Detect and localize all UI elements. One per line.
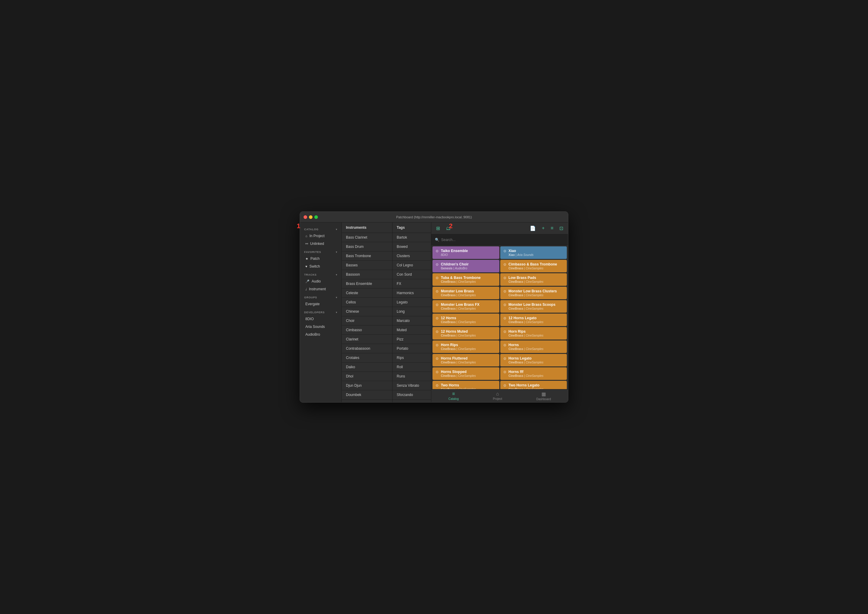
sidebar-item-8dio[interactable]: 8DIO (301, 315, 340, 323)
patch-card[interactable]: ⚙Tuba & Bass TromboneCineBrass | CineSam… (432, 273, 499, 286)
sidebar-section-developers[interactable]: DEVELOPERS ▾ (300, 308, 341, 315)
patch-card[interactable]: ⚙Horns StoppedCineBrass | CineSamples (432, 367, 499, 380)
add-icon[interactable]: + (541, 225, 546, 232)
patch-card-icon: ⚙ (503, 316, 507, 320)
patch-card-name: Two Horns Legato (508, 383, 564, 387)
patch-card[interactable]: ⚙Monster Low Brass ClustersCineBrass | C… (500, 287, 567, 299)
tag-list-item[interactable]: Col Legno (392, 261, 431, 270)
patch-card-info: Horn RipsCineBrass | CineSamples (441, 343, 496, 351)
patch-card-name: Taiko Ensemble (441, 249, 496, 253)
sidebar-item-audio[interactable]: 🎤 Audio (301, 277, 340, 285)
patch-card[interactable]: ⚙Cimbasso & Bass TromboneCineBrass | Cin… (500, 260, 567, 272)
sidebar-item-unlinked[interactable]: ⚯ Unlinked (301, 240, 340, 247)
patch-card-icon: ⚙ (436, 357, 439, 361)
instrument-list-item[interactable]: Daiko (342, 362, 392, 372)
sidebar-section-tracks[interactable]: TRACKS ▾ (300, 270, 341, 277)
folder-icon[interactable]: 🗂 (445, 225, 452, 232)
bottom-tab-catalog[interactable]: ≡ Catalog (442, 390, 465, 402)
tag-list-item[interactable]: FX (392, 279, 431, 289)
patch-card[interactable]: ⚙Horn RipsCineBrass | CineSamples (500, 327, 567, 340)
tag-list-item[interactable]: Bowed (392, 242, 431, 252)
sidebar-item-instrument[interactable]: ♩ Instrument (301, 285, 340, 293)
minimize-button[interactable] (309, 215, 313, 219)
patch-card[interactable]: ⚙XiaoXiao | Aria Sounds (500, 246, 567, 259)
patch-card-info: HornsCineBrass | CineSamples (508, 343, 564, 351)
instrument-list-item[interactable]: Cimbasso (342, 325, 392, 335)
instrument-list-item[interactable]: Cellos (342, 298, 392, 307)
tag-list-item[interactable]: Muted (392, 325, 431, 335)
sidebar-item-aria-sounds[interactable]: Aria Sounds (301, 323, 340, 331)
patch-library: Genesis (441, 267, 453, 270)
sidebar-item-switch[interactable]: ♥ Switch (301, 263, 340, 270)
sidebar-section-groups[interactable]: GROUPS ▾ (300, 293, 341, 300)
close-button[interactable] (304, 215, 307, 219)
patch-card[interactable]: ⚙Two HornsCineBrass | CineSamples (432, 381, 499, 389)
patch-card[interactable]: ⚙Children's ChoirGenesis | AudioBro (432, 260, 499, 272)
search-input[interactable] (441, 238, 564, 242)
instrument-list-item[interactable]: Doumbek (342, 390, 392, 399)
new-file-icon[interactable]: 📄 (529, 225, 537, 232)
instrument-list-item[interactable]: Dhol (342, 372, 392, 381)
project-tab-icon: ⌂ (496, 391, 499, 396)
patch-library: CineBrass (441, 361, 456, 364)
instrument-list-item[interactable]: Chinese (342, 307, 392, 316)
tag-list-item[interactable]: Bartok (392, 233, 431, 242)
bottom-tab-project[interactable]: ⌂ Project (487, 390, 508, 402)
instrument-list-item[interactable]: Bass Drum (342, 242, 392, 252)
patch-card[interactable]: ⚙Monster Low Brass FXCineBrass | CineSam… (432, 300, 499, 312)
instrument-list-item[interactable]: Dulcitone (342, 399, 392, 402)
tag-list-item[interactable]: Con Sord (392, 270, 431, 279)
tag-list-item[interactable]: Legato (392, 298, 431, 307)
sidebar-section-catalog[interactable]: CATALOG ▾ (300, 225, 341, 232)
instrument-list-item[interactable]: Bass Trombone (342, 252, 392, 261)
patch-card[interactable]: ⚙HornsCineBrass | CineSamples (500, 340, 567, 353)
tag-list-item[interactable]: Portato (392, 344, 431, 353)
instrument-list-item[interactable]: Brass Ensemble (342, 279, 392, 289)
patch-card[interactable]: ⚙Horns FlutteredCineBrass | CineSamples (432, 354, 499, 367)
tag-list-item[interactable]: Senza Vibrato (392, 381, 431, 390)
instrument-list-item[interactable]: Basses (342, 261, 392, 270)
patch-card[interactable]: ⚙Horns LegatoCineBrass | CineSamples (500, 354, 567, 367)
instrument-list-item[interactable]: Bass Clarinet (342, 233, 392, 242)
tag-list-item[interactable]: Marcato (392, 316, 431, 325)
sidebar-item-evergate[interactable]: Evergate (301, 300, 340, 308)
patch-card[interactable]: ⚙12 HornsCineBrass | CineSamples (432, 314, 499, 326)
sidebar-item-patch[interactable]: ★ Patch (301, 255, 340, 263)
patch-card-icon: ⚙ (436, 343, 439, 347)
sidebar-item-in-project[interactable]: ⌂ In Project (301, 232, 340, 240)
menu-icon[interactable]: ≡ (550, 225, 555, 232)
instrument-list-item[interactable]: Djun Djun (342, 381, 392, 390)
sidebar-item-audiobro[interactable]: AudioBro (301, 331, 340, 338)
tag-list-item[interactable]: Roll (392, 362, 431, 372)
patch-card[interactable]: ⚙Taiko Ensemble8DIO (432, 246, 499, 259)
patch-card-icon: ⚙ (436, 370, 439, 374)
tag-list-item[interactable]: Runs (392, 372, 431, 381)
instrument-list-item[interactable]: Contrabassoon (342, 344, 392, 353)
tag-list-item[interactable]: Short (392, 399, 431, 402)
instrument-list-item[interactable]: Clarinet (342, 335, 392, 344)
patch-card[interactable]: ⚙Monster Low Brass ScoopsCineBrass | Cin… (500, 300, 567, 312)
maximize-button[interactable] (314, 215, 318, 219)
tag-list-item[interactable]: Long (392, 307, 431, 316)
patch-card[interactable]: ⚙Monster Low BrassCineBrass | CineSample… (432, 287, 499, 299)
tag-list-item[interactable]: Pizz (392, 335, 431, 344)
tag-list-item[interactable]: Sforzando (392, 390, 431, 399)
grid-icon[interactable]: ⊡ (558, 225, 564, 232)
patch-card[interactable]: ⚙12 Horns LegatoCineBrass | CineSamples (500, 314, 567, 326)
tag-list-item[interactable]: Harmonics (392, 289, 431, 298)
patch-card[interactable]: ⚙Two Horns LegatoCineBrass | CineSamples (500, 381, 567, 389)
instrument-list-item[interactable]: Celeste (342, 289, 392, 298)
bottom-tab-dashboard[interactable]: ▦ Dashboard (530, 390, 557, 402)
tag-list-item[interactable]: Clusters (392, 252, 431, 261)
patch-card-icon: ⚙ (436, 249, 439, 253)
patch-card[interactable]: ⚙12 Horns MutedCineBrass | CineSamples (432, 327, 499, 340)
instrument-list-item[interactable]: Bassoon (342, 270, 392, 279)
sidebar-section-favorites[interactable]: FAVORITES ▾ (300, 247, 341, 255)
tag-list-item[interactable]: Rips (392, 353, 431, 362)
view-columns-icon[interactable]: ⊞ (435, 225, 441, 232)
patch-card[interactable]: ⚙Horns fffCineBrass | CineSamples (500, 367, 567, 380)
instrument-list-item[interactable]: Choir (342, 316, 392, 325)
patch-card[interactable]: ⚙Horn RipsCineBrass | CineSamples (432, 340, 499, 353)
instrument-list-item[interactable]: Crotales (342, 353, 392, 362)
patch-card[interactable]: ⚙Low Brass PadsCineBrass | CineSamples (500, 273, 567, 286)
